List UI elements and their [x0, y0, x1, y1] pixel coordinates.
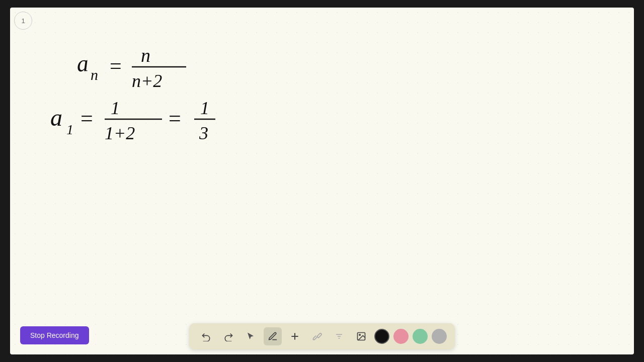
page-number: 1 [14, 12, 32, 30]
svg-text:n+2: n+2 [132, 71, 162, 91]
math-content: a n = n n+2 a 1 = 1 1+2 = [50, 38, 302, 170]
svg-text:a: a [76, 50, 89, 76]
color-pink[interactable] [393, 329, 409, 344]
text-tool-button[interactable] [330, 327, 348, 345]
svg-text:=: = [80, 106, 93, 131]
image-button[interactable] [352, 327, 370, 345]
color-black[interactable] [374, 329, 389, 344]
svg-text:3: 3 [199, 123, 208, 143]
stop-recording-button[interactable]: Stop Recording [20, 326, 89, 344]
whiteboard-canvas: 1 a n = n n+2 a 1 = 1 [10, 8, 634, 354]
highlighter-button[interactable] [308, 327, 326, 345]
redo-button[interactable] [219, 327, 237, 345]
svg-text:a: a [50, 104, 62, 131]
svg-text:1: 1 [66, 122, 73, 137]
svg-text:1: 1 [200, 98, 209, 118]
svg-point-19 [359, 334, 361, 336]
svg-text:n: n [141, 45, 150, 66]
svg-text:n: n [91, 66, 98, 83]
pen-tool-button[interactable] [264, 327, 282, 345]
color-gray[interactable] [432, 329, 447, 344]
svg-text:=: = [169, 106, 181, 131]
svg-text:1: 1 [111, 98, 120, 118]
undo-button[interactable] [197, 327, 215, 345]
toolbar [189, 323, 455, 349]
svg-text:=: = [110, 54, 122, 77]
add-button[interactable] [286, 327, 304, 345]
select-tool-button[interactable] [242, 327, 260, 345]
color-green[interactable] [413, 329, 428, 344]
svg-text:1+2: 1+2 [105, 123, 135, 143]
